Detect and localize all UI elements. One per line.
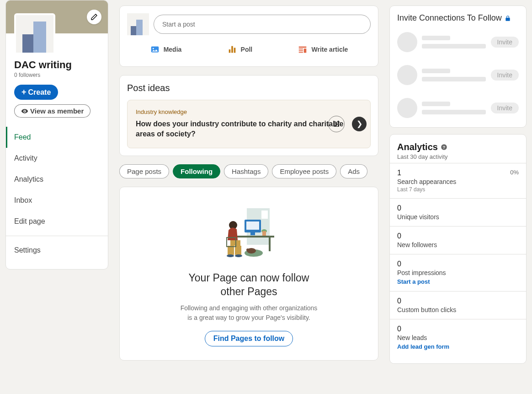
view-as-member-button[interactable]: View as member xyxy=(14,104,90,118)
stat-label: Post impressions xyxy=(397,269,519,276)
stat-post-impressions[interactable]: 0 Post impressions Start a post xyxy=(390,254,526,291)
poll-action[interactable]: Poll xyxy=(222,40,258,59)
tab-following[interactable]: Following xyxy=(173,164,220,178)
stat-value: 1 xyxy=(397,169,401,177)
invite-row: Invite xyxy=(397,65,519,85)
text-placeholder xyxy=(422,69,486,81)
sidebar-header xyxy=(6,0,108,33)
invite-button[interactable]: Invite xyxy=(491,70,519,81)
idea-tag: Industry knowledge xyxy=(136,108,345,115)
stat-custom-button-clicks[interactable]: 0 Custom button clicks xyxy=(390,291,526,319)
svg-rect-11 xyxy=(261,210,268,219)
pencil-icon xyxy=(90,13,98,21)
idea-card: Industry knowledge How does your industr… xyxy=(127,100,371,148)
svg-rect-8 xyxy=(299,52,303,53)
nav-feed[interactable]: Feed xyxy=(6,127,100,148)
view-as-member-label: View as member xyxy=(30,107,84,115)
followers-count: 0 followers xyxy=(14,72,100,78)
page-title: DAC writing xyxy=(14,59,100,71)
mini-avatar xyxy=(127,13,149,35)
lock-icon xyxy=(505,15,511,22)
svg-text:?: ? xyxy=(443,145,445,150)
nav-edit-page[interactable]: Edit page xyxy=(6,211,100,232)
sidebar: DAC writing 0 followers + Create View as… xyxy=(5,0,108,270)
text-placeholder xyxy=(422,102,486,114)
svg-point-1 xyxy=(153,48,154,49)
article-label: Write article xyxy=(311,46,348,53)
analytics-card: Analytics ? Last 30 day activity 1 0% Se… xyxy=(389,134,527,364)
nav-inbox[interactable]: Inbox xyxy=(6,190,100,211)
invite-button[interactable]: Invite xyxy=(491,103,519,113)
svg-point-29 xyxy=(246,248,249,251)
avatar-placeholder xyxy=(397,65,417,85)
tab-hashtags[interactable]: Hashtags xyxy=(224,164,268,178)
main-column: Start a post Media Poll Write article Po… xyxy=(119,0,378,364)
stat-label: New followers xyxy=(397,241,519,248)
svg-rect-16 xyxy=(246,221,259,230)
find-pages-button[interactable]: Find Pages to follow xyxy=(205,331,293,346)
stat-label: Search appearances xyxy=(397,178,519,185)
start-post-link[interactable]: Start a post xyxy=(397,278,430,285)
chevron-right-icon: ❯ xyxy=(356,119,362,128)
stat-new-leads[interactable]: 0 New leads Add lead gen form xyxy=(390,319,526,356)
post-ideas-card: Post ideas Industry knowledge How does y… xyxy=(119,75,378,156)
svg-rect-5 xyxy=(299,47,307,48)
nav-settings[interactable]: Settings xyxy=(14,240,100,261)
follow-subtitle: Following and engaging with other organi… xyxy=(136,303,362,323)
nav-analytics[interactable]: Analytics xyxy=(6,169,100,190)
svg-rect-6 xyxy=(299,49,303,49)
stat-new-followers[interactable]: 0 New followers xyxy=(390,226,526,254)
stat-value: 0 xyxy=(397,260,519,268)
create-button[interactable]: + Create xyxy=(14,85,58,100)
post-actions: Media Poll Write article xyxy=(127,40,371,59)
start-post-card: Start a post Media Poll Write article xyxy=(119,5,378,67)
svg-rect-3 xyxy=(231,46,233,53)
tab-employee-posts[interactable]: Employee posts xyxy=(272,164,336,178)
media-action[interactable]: Media xyxy=(144,40,187,59)
feed-tabs: Page posts Following Hashtags Employee p… xyxy=(119,164,378,178)
invite-title: Invite Connections To Follow xyxy=(397,13,519,23)
edit-cover-button[interactable] xyxy=(87,10,101,24)
nav-activity[interactable]: Activity xyxy=(6,148,100,169)
svg-rect-7 xyxy=(299,50,303,51)
stat-sublabel: Last 7 days xyxy=(397,186,519,193)
create-label: Create xyxy=(28,88,51,97)
analytics-subtitle: Last 30 day activity xyxy=(397,153,519,160)
svg-rect-14 xyxy=(269,237,271,251)
idea-edit-button[interactable] xyxy=(328,116,345,132)
idea-text: How does your industry contribute to cha… xyxy=(136,119,345,140)
stat-percent: 0% xyxy=(510,169,519,177)
right-column: Invite Connections To Follow Invite Invi… xyxy=(389,0,527,364)
nav-list: Feed Activity Analytics Inbox Edit page xyxy=(14,127,100,232)
avatar-placeholder xyxy=(397,32,417,52)
poll-label: Poll xyxy=(241,46,253,53)
idea-next-button[interactable]: ❯ xyxy=(352,117,367,131)
stat-value: 0 xyxy=(397,204,519,212)
media-label: Media xyxy=(164,46,182,53)
divider xyxy=(6,236,108,236)
help-icon[interactable]: ? xyxy=(441,144,447,151)
article-action[interactable]: Write article xyxy=(292,40,353,59)
tab-page-posts[interactable]: Page posts xyxy=(119,164,169,178)
stat-search-appearances[interactable]: 1 0% Search appearances Last 7 days xyxy=(390,163,526,198)
photo-icon xyxy=(150,44,160,54)
stat-label: Unique visitors xyxy=(397,213,519,221)
svg-rect-17 xyxy=(250,232,255,235)
svg-rect-4 xyxy=(234,48,235,53)
tab-ads[interactable]: Ads xyxy=(340,164,367,178)
svg-rect-2 xyxy=(229,49,230,53)
svg-rect-9 xyxy=(304,49,307,53)
invite-button[interactable]: Invite xyxy=(491,37,519,48)
plus-icon: + xyxy=(21,87,27,97)
poll-icon xyxy=(227,44,237,54)
analytics-title: Analytics ? xyxy=(397,142,519,152)
text-placeholder xyxy=(422,36,486,49)
start-post-button[interactable]: Start a post xyxy=(154,15,371,34)
page-avatar xyxy=(14,13,55,54)
stat-value: 0 xyxy=(397,297,519,305)
add-lead-gen-link[interactable]: Add lead gen form xyxy=(397,343,449,350)
stat-unique-visitors[interactable]: 0 Unique visitors xyxy=(390,198,526,226)
svg-rect-19 xyxy=(262,231,266,236)
stat-label: New leads xyxy=(397,334,519,341)
illustration xyxy=(215,204,283,263)
